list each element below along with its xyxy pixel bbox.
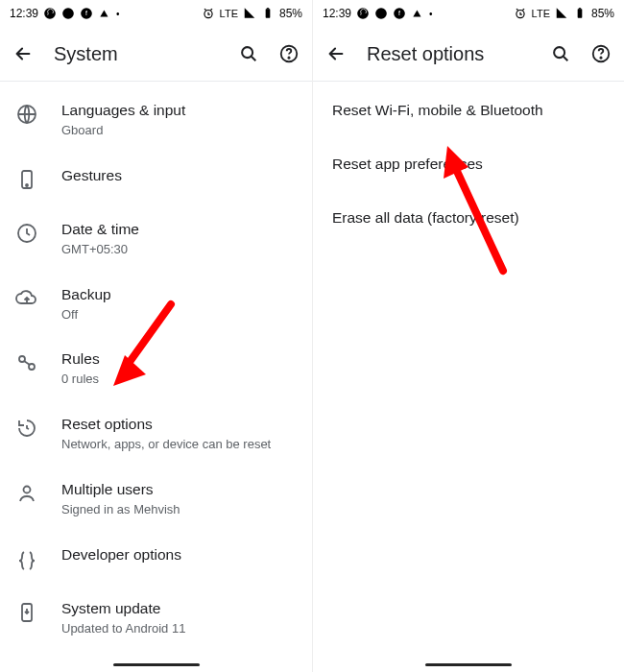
item-system-update[interactable]: System updateUpdated to Android 11: [0, 586, 312, 651]
status-bar: 12:39 f LTE 85%: [313, 0, 624, 27]
item-multiple-users[interactable]: Multiple usersSigned in as Mehvish: [0, 467, 312, 532]
item-developer-options[interactable]: Developer options: [0, 532, 312, 586]
svg-point-0: [44, 8, 56, 19]
item-erase-all-data[interactable]: Erase all data (factory reset): [313, 195, 624, 249]
facebook-icon: f: [393, 7, 406, 20]
item-reset-wifi-mobile-bluetooth[interactable]: Reset Wi-Fi, mobile & Bluetooth: [313, 87, 624, 141]
svg-text:f: f: [85, 10, 87, 16]
item-subtitle: Network, apps, or device can be reset: [61, 437, 271, 453]
item-title: Reset Wi-Fi, mobile & Bluetooth: [332, 101, 543, 121]
svg-rect-23: [578, 9, 583, 17]
item-title: Erase all data (factory reset): [332, 208, 519, 228]
screen-reset-options: 12:39 f LTE 85% Reset options: [312, 0, 624, 672]
item-reset-options[interactable]: Reset optionsNetwork, apps, or device ca…: [0, 401, 312, 467]
search-button[interactable]: [237, 42, 260, 65]
rules-icon: [15, 351, 38, 374]
battery-percent: 85%: [279, 7, 302, 20]
help-button[interactable]: [277, 42, 300, 65]
update-icon: [15, 601, 38, 624]
settings-list: Languages & inputGboard Gestures Date & …: [0, 82, 312, 657]
alarm-icon: [514, 7, 527, 20]
battery-icon: [573, 7, 587, 20]
network-label: LTE: [220, 8, 238, 19]
item-reset-app-preferences[interactable]: Reset app preferences: [313, 141, 624, 195]
item-rules[interactable]: Rules0 rules: [0, 336, 312, 401]
svg-point-27: [600, 57, 601, 58]
status-time: 12:39: [10, 7, 38, 20]
svg-point-16: [24, 487, 31, 493]
page-title: System: [54, 43, 218, 65]
item-subtitle: GMT+05:30: [61, 242, 139, 258]
item-title: Gestures: [61, 166, 122, 186]
messenger-icon: [61, 7, 75, 20]
more-notifications-icon: [429, 9, 433, 19]
back-button[interactable]: [12, 42, 35, 65]
messenger-icon: [374, 7, 388, 20]
svg-point-7: [242, 47, 252, 58]
whatsapp-icon: [356, 7, 370, 20]
network-label: LTE: [532, 8, 550, 19]
item-gestures[interactable]: Gestures: [0, 153, 312, 206]
more-notifications-icon: [116, 9, 120, 19]
nav-handle[interactable]: [425, 663, 512, 666]
item-title: Date & time: [61, 220, 139, 240]
battery-icon: [261, 7, 275, 20]
battery-percent: 85%: [591, 7, 614, 20]
signal-icon: [555, 7, 568, 20]
facebook-icon: f: [80, 7, 93, 20]
svg-rect-6: [267, 8, 269, 9]
clock-icon: [15, 222, 38, 245]
svg-point-1: [62, 8, 74, 19]
item-title: Languages & input: [61, 101, 185, 121]
item-title: Rules: [61, 349, 100, 370]
header: Reset options: [313, 27, 624, 81]
status-time: 12:39: [323, 7, 351, 20]
globe-icon: [15, 103, 38, 126]
item-backup[interactable]: BackupOff: [0, 272, 312, 337]
item-subtitle: Off: [61, 307, 111, 324]
back-button[interactable]: [324, 42, 348, 65]
reset-list: Reset Wi-Fi, mobile & Bluetooth Reset ap…: [313, 82, 624, 254]
item-subtitle: 0 rules: [61, 372, 100, 388]
alarm-icon: [202, 7, 215, 20]
status-bar: 12:39 f LTE 85%: [0, 0, 312, 27]
reset-icon: [15, 417, 38, 440]
signal-icon: [243, 7, 256, 20]
notification-icon: [98, 7, 111, 20]
item-title: System update: [61, 599, 185, 619]
svg-point-18: [357, 8, 369, 19]
svg-text:f: f: [398, 10, 400, 16]
user-icon: [15, 482, 38, 505]
nav-handle[interactable]: [113, 663, 200, 666]
item-title: Reset app preferences: [332, 155, 483, 175]
backup-icon: [15, 287, 38, 310]
svg-point-9: [288, 57, 289, 58]
svg-rect-24: [579, 8, 581, 9]
item-date-time[interactable]: Date & timeGMT+05:30: [0, 206, 312, 272]
svg-point-12: [26, 184, 28, 186]
item-title: Multiple users: [61, 480, 180, 500]
svg-point-19: [375, 8, 387, 19]
gestures-icon: [15, 168, 38, 191]
page-title: Reset options: [367, 43, 530, 65]
help-button[interactable]: [589, 42, 612, 65]
whatsapp-icon: [43, 7, 57, 20]
item-subtitle: Signed in as Mehvish: [61, 502, 180, 518]
item-subtitle: Updated to Android 11: [61, 621, 185, 637]
header: System: [0, 27, 312, 81]
item-languages-input[interactable]: Languages & inputGboard: [0, 87, 312, 153]
notification-icon: [411, 7, 424, 20]
screen-system: 12:39 f LTE 85% System: [0, 0, 312, 672]
item-subtitle: Gboard: [61, 123, 185, 139]
svg-point-25: [554, 47, 564, 58]
item-title: Backup: [61, 285, 111, 305]
item-title: Reset options: [61, 415, 271, 435]
svg-rect-5: [266, 9, 271, 17]
search-button[interactable]: [549, 42, 572, 65]
item-title: Developer options: [61, 545, 181, 565]
developer-icon: [15, 547, 38, 570]
